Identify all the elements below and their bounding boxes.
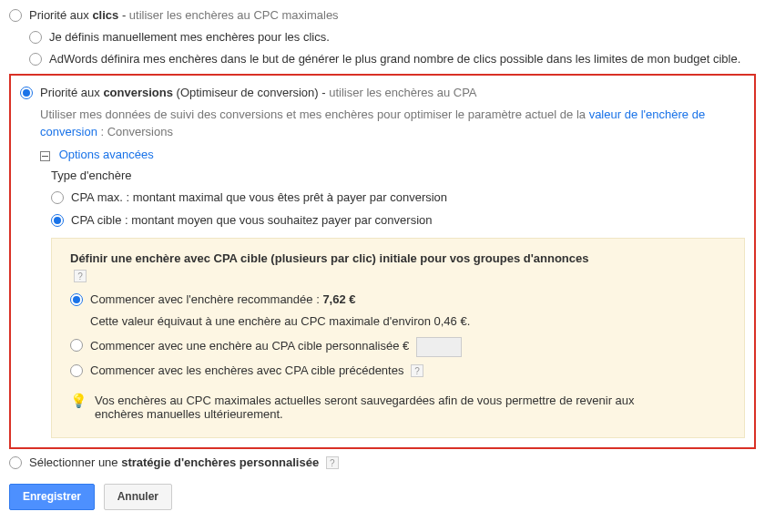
- radio-clicks-manual[interactable]: [29, 31, 42, 44]
- option-clicks-auto-row[interactable]: AdWords définira mes enchères dans le bu…: [29, 51, 756, 67]
- option-clicks-row[interactable]: Priorité aux clics - utiliser les enchèr…: [9, 7, 756, 24]
- recommended-bid-label: Commencer avec l'enchère recommandée : 7…: [90, 292, 726, 308]
- cpa-max-row[interactable]: CPA max. : montant maximal que vous êtes…: [51, 189, 745, 206]
- radio-previous-bid[interactable]: [70, 364, 83, 377]
- radio-cpa-max[interactable]: [51, 191, 64, 204]
- panel-title: Définir une enchère avec CPA cible (plus…: [70, 251, 726, 265]
- conv-desc-post: : Conversions: [97, 125, 173, 138]
- clicks-prefix: Priorité aux: [29, 8, 92, 22]
- option-clicks-label: Priorité aux clics - utiliser les enchèr…: [29, 7, 756, 24]
- custom-bid-row[interactable]: Commencer avec une enchère au CPA cible …: [70, 337, 726, 357]
- cpa-target-row[interactable]: CPA cible : montant moyen que vous souha…: [51, 212, 745, 229]
- help-icon[interactable]: ?: [411, 364, 423, 377]
- custom-bid-input[interactable]: [416, 337, 462, 357]
- cpa-target-label: CPA cible : montant moyen que vous souha…: [71, 212, 745, 229]
- save-button[interactable]: Enregistrer: [9, 484, 95, 510]
- clicks-bold: clics: [92, 8, 118, 22]
- cpa-max-label: CPA max. : montant maximal que vous êtes…: [71, 189, 745, 206]
- conv-prefix: Priorité aux: [40, 86, 103, 99]
- clicks-suffix: -: [118, 8, 129, 22]
- conversions-description: Utiliser mes données de suivi des conver…: [40, 107, 745, 141]
- custom-strategy-label: Sélectionner une stratégie d'enchères pe…: [29, 455, 756, 471]
- panel-hint-text: Vos enchères au CPC maximales actuelles …: [95, 394, 641, 421]
- recommended-bid-row[interactable]: Commencer avec l'enchère recommandée : 7…: [70, 292, 726, 308]
- clicks-auto-label: AdWords définira mes enchères dans le bu…: [49, 51, 756, 67]
- radio-clicks[interactable]: [9, 9, 22, 22]
- minus-square-icon[interactable]: [40, 151, 50, 161]
- previous-bid-text: Commencer avec les enchères avec CPA cib…: [90, 363, 403, 377]
- recommended-bid-note: Cette valeur équivaut à une enchère au C…: [90, 314, 726, 328]
- clicks-manual-label: Je définis manuellement mes enchères pou…: [49, 29, 756, 46]
- radio-cpa-target[interactable]: [51, 214, 64, 227]
- conversions-highlight-box: Priorité aux conversions (Optimiseur de …: [9, 74, 756, 449]
- custom-bid-text: Commencer avec une enchère au CPA cible …: [90, 339, 409, 353]
- radio-clicks-auto[interactable]: [29, 53, 42, 66]
- bid-type-heading: Type d'enchère: [51, 169, 745, 182]
- rec-bid-pre: Commencer avec l'enchère recommandée :: [90, 292, 322, 306]
- cancel-button[interactable]: Annuler: [104, 484, 172, 510]
- lightbulb-icon: 💡: [70, 393, 87, 409]
- conv-hint: utiliser les enchères au CPA: [329, 86, 476, 99]
- conv-bold: conversions: [103, 86, 173, 99]
- custom-bid-label: Commencer avec une enchère au CPA cible …: [90, 337, 726, 357]
- previous-bid-label: Commencer avec les enchères avec CPA cib…: [90, 363, 726, 379]
- advanced-options-link[interactable]: Options avancées: [59, 148, 154, 161]
- option-conversions-label: Priorité aux conversions (Optimiseur de …: [40, 85, 745, 101]
- panel-hint-row: 💡 Vos enchères au CPC maximales actuelle…: [70, 394, 726, 421]
- previous-bid-row[interactable]: Commencer avec les enchères avec CPA cib…: [70, 363, 726, 379]
- conv-paren: (Optimiseur de conversion) -: [173, 86, 329, 99]
- custom-strategy-prefix: Sélectionner une: [29, 455, 121, 469]
- button-row: Enregistrer Annuler: [9, 484, 756, 510]
- radio-conversions[interactable]: [20, 87, 33, 99]
- custom-strategy-bold: stratégie d'enchères personnalisée: [121, 455, 319, 469]
- conv-desc-pre: Utiliser mes données de suivi des conver…: [40, 107, 589, 121]
- radio-custom-strategy[interactable]: [9, 456, 22, 469]
- option-clicks-manual-row[interactable]: Je définis manuellement mes enchères pou…: [29, 29, 756, 46]
- option-custom-strategy-row[interactable]: Sélectionner une stratégie d'enchères pe…: [9, 455, 756, 471]
- cpa-target-panel: Définir une enchère avec CPA cible (plus…: [51, 238, 745, 438]
- radio-custom-bid[interactable]: [70, 339, 83, 352]
- option-conversions-row[interactable]: Priorité aux conversions (Optimiseur de …: [20, 85, 745, 101]
- help-icon[interactable]: ?: [326, 456, 339, 469]
- rec-bid-value: 7,62 €: [322, 292, 355, 306]
- radio-recommended-bid[interactable]: [70, 293, 83, 306]
- clicks-hint: utiliser les enchères au CPC maximales: [129, 8, 339, 22]
- advanced-options-row[interactable]: Options avancées: [40, 148, 745, 161]
- help-icon[interactable]: ?: [74, 270, 87, 282]
